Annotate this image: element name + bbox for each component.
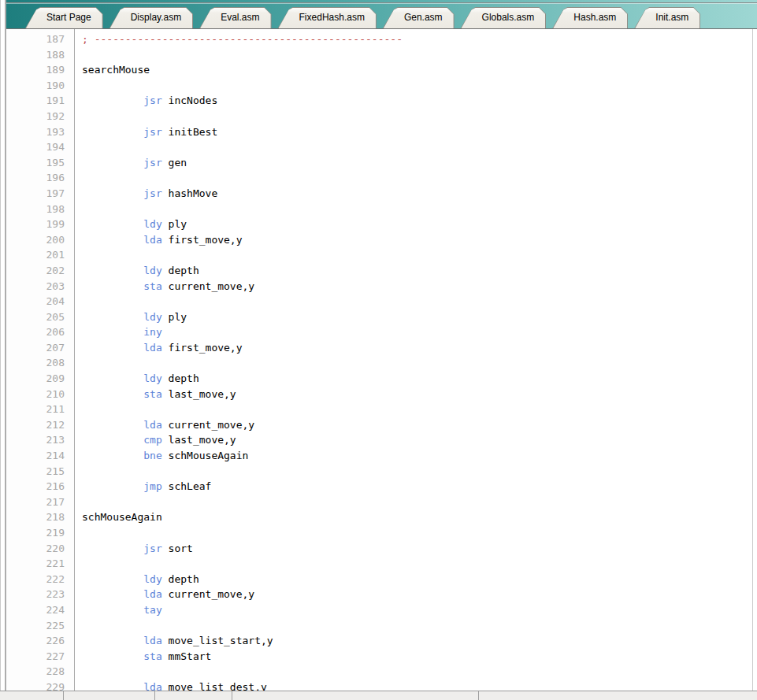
code-line[interactable]: sta current_move,y bbox=[82, 279, 752, 294]
code-line[interactable]: cmp last_move,y bbox=[82, 432, 752, 448]
code-line[interactable] bbox=[82, 618, 752, 634]
line-number: 198 bbox=[6, 202, 74, 217]
code-line[interactable]: jsr sort bbox=[82, 541, 752, 557]
main-panel: Start Page Display.asm Eval.asm FixedHas… bbox=[6, 0, 757, 691]
code-line[interactable] bbox=[82, 556, 752, 572]
mnemonic-token: tay bbox=[143, 604, 161, 616]
line-number: 221 bbox=[6, 556, 74, 572]
line-number: 204 bbox=[6, 294, 74, 309]
code-line[interactable] bbox=[82, 78, 752, 94]
code-line[interactable]: bne schMouseAgain bbox=[82, 448, 752, 464]
code-line[interactable]: jsr hashMove bbox=[82, 186, 752, 202]
line-number: 213 bbox=[6, 432, 74, 448]
bottom-strip-tick bbox=[478, 691, 479, 700]
document-tab-label: Globals.asm bbox=[461, 7, 547, 27]
document-tab-label: Display.asm bbox=[109, 7, 193, 27]
mnemonic-token: iny bbox=[143, 326, 161, 338]
mnemonic-token: ldy bbox=[143, 573, 161, 585]
line-number: 216 bbox=[6, 479, 74, 494]
code-line[interactable]: sta last_move,y bbox=[82, 387, 752, 402]
code-line[interactable]: lda first_move,y bbox=[82, 232, 752, 248]
code-line[interactable]: ldy ply bbox=[82, 309, 752, 325]
line-number: 206 bbox=[6, 324, 74, 340]
document-tab[interactable]: Display.asm bbox=[109, 7, 193, 28]
code-line[interactable] bbox=[82, 109, 752, 124]
code-line[interactable]: lda first_move,y bbox=[82, 340, 752, 356]
code-line[interactable]: lda current_move,y bbox=[82, 417, 752, 433]
code-line[interactable] bbox=[82, 494, 752, 510]
line-number: 191 bbox=[6, 93, 74, 109]
mnemonic-token: jsr bbox=[143, 94, 161, 106]
document-tab[interactable]: Gen.asm bbox=[383, 7, 455, 28]
code-line[interactable]: ldy depth bbox=[82, 263, 752, 279]
code-line[interactable] bbox=[82, 247, 752, 263]
comment-token: ; --------------------------------------… bbox=[82, 33, 403, 45]
code-line[interactable] bbox=[82, 664, 752, 680]
line-number: 217 bbox=[6, 494, 74, 510]
line-number: 211 bbox=[6, 402, 74, 417]
code-line[interactable]: jsr gen bbox=[82, 155, 752, 171]
ide-window: Start Page Display.asm Eval.asm FixedHas… bbox=[0, 0, 757, 700]
code-line[interactable]: jsr initBest bbox=[82, 124, 752, 140]
code-line[interactable]: tay bbox=[82, 602, 752, 618]
line-number: 200 bbox=[6, 232, 74, 248]
code-line[interactable]: ; --------------------------------------… bbox=[82, 31, 752, 47]
bottom-strip-tick bbox=[63, 691, 64, 700]
code-line[interactable] bbox=[82, 464, 752, 480]
label-token: searchMouse bbox=[82, 64, 150, 76]
code-line[interactable] bbox=[82, 202, 752, 217]
code-line[interactable]: iny bbox=[82, 324, 752, 340]
document-tab[interactable]: FixedHash.asm bbox=[278, 7, 377, 28]
document-tab[interactable]: Globals.asm bbox=[461, 7, 547, 28]
code-line[interactable]: jmp schLeaf bbox=[82, 479, 752, 494]
code-editor[interactable]: 1871881891901911921931941951961971981992… bbox=[6, 29, 757, 691]
mnemonic-token: jsr bbox=[143, 543, 161, 554]
mnemonic-token: jmp bbox=[143, 480, 161, 492]
code-line[interactable]: lda move_list_dest,y bbox=[82, 680, 752, 691]
code-line[interactable] bbox=[82, 525, 752, 541]
mnemonic-token: lda bbox=[143, 588, 161, 600]
code-line[interactable]: schMouseAgain bbox=[82, 509, 752, 525]
code-line[interactable]: jsr incNodes bbox=[82, 93, 752, 109]
code-line[interactable] bbox=[82, 294, 752, 309]
code-line[interactable]: ldy ply bbox=[82, 217, 752, 232]
code-line[interactable]: lda move_list_start,y bbox=[82, 633, 752, 649]
code-line[interactable] bbox=[82, 47, 752, 63]
mnemonic-token: jsr bbox=[143, 126, 161, 138]
operand-token: last_move,y bbox=[169, 388, 236, 400]
mnemonic-token: cmp bbox=[143, 434, 161, 446]
line-number: 220 bbox=[6, 541, 74, 557]
code-line[interactable] bbox=[82, 170, 752, 186]
document-tab[interactable]: Init.asm bbox=[634, 7, 700, 28]
mnemonic-token: bne bbox=[143, 450, 161, 461]
bottom-scroll-strip[interactable] bbox=[0, 691, 757, 700]
document-tab[interactable]: Start Page bbox=[25, 7, 103, 28]
code-line[interactable]: searchMouse bbox=[82, 62, 752, 78]
code-line[interactable]: ldy depth bbox=[82, 572, 752, 587]
operand-token: first_move,y bbox=[169, 234, 243, 246]
operand-token: ply bbox=[169, 218, 187, 230]
code-pane[interactable]: ; --------------------------------------… bbox=[75, 29, 752, 691]
document-tab-label: FixedHash.asm bbox=[278, 7, 377, 27]
code-line[interactable]: sta mmStart bbox=[82, 649, 752, 665]
document-tab[interactable]: Eval.asm bbox=[199, 7, 271, 28]
code-line[interactable] bbox=[82, 402, 752, 417]
operand-token: initBest bbox=[169, 126, 218, 138]
code-line[interactable]: ldy depth bbox=[82, 371, 752, 387]
line-number: 201 bbox=[6, 247, 74, 263]
left-rail bbox=[0, 0, 6, 691]
line-number: 224 bbox=[6, 602, 74, 618]
line-number: 202 bbox=[6, 263, 74, 279]
code-line[interactable] bbox=[82, 139, 752, 155]
operand-token: current_move,y bbox=[169, 419, 255, 431]
code-line[interactable] bbox=[82, 355, 752, 371]
operand-token: mmStart bbox=[169, 650, 212, 662]
line-number: 187 bbox=[6, 31, 74, 47]
line-number: 188 bbox=[6, 47, 74, 63]
operand-token: first_move,y bbox=[169, 342, 243, 354]
mnemonic-token: lda bbox=[143, 681, 161, 691]
document-tab[interactable]: Hash.asm bbox=[552, 7, 628, 28]
code-line[interactable]: lda current_move,y bbox=[82, 587, 752, 602]
mnemonic-token: sta bbox=[143, 280, 161, 292]
line-number: 189 bbox=[6, 62, 74, 78]
